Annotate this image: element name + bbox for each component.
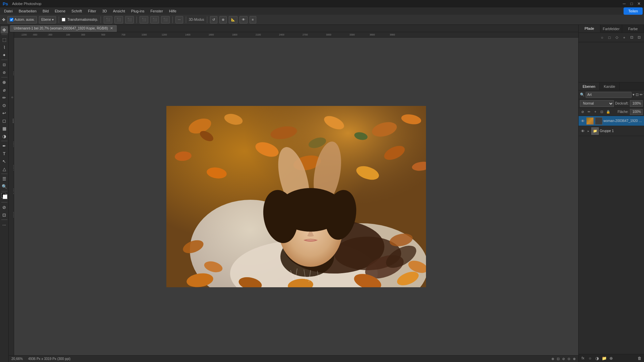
shape-option-btn[interactable]: ⊡ <box>636 35 642 41</box>
text-tool[interactable]: T <box>1 150 8 157</box>
shape-tool[interactable]: △ <box>1 165 8 173</box>
menu-ansicht[interactable]: Ansicht <box>110 8 128 14</box>
layer-filter-input[interactable] <box>586 92 632 98</box>
lock-position-icon[interactable]: + <box>593 109 598 115</box>
quick-select-tool[interactable]: ✦ <box>1 51 8 59</box>
quick-mask-tool[interactable]: ⊘ <box>1 203 8 211</box>
menu-datei[interactable]: Datei <box>1 8 15 14</box>
document-tab-close[interactable]: ✕ <box>110 26 113 31</box>
color-swatches[interactable] <box>1 193 8 200</box>
separator-5 <box>186 16 186 23</box>
zoom-tool[interactable]: 🔍 <box>1 183 8 190</box>
measure-tool[interactable]: ⊘ <box>1 69 8 76</box>
heal-tool[interactable]: ⌀ <box>1 86 8 94</box>
layer-item-photo[interactable]: 👁 woman-2003647_1920 Kopie <box>579 116 644 126</box>
menu-ebene[interactable]: Ebene <box>52 8 68 14</box>
distribute3-btn[interactable]: ⬛ <box>161 16 170 23</box>
fill-input[interactable] <box>630 109 643 115</box>
close-button[interactable]: ✕ <box>637 1 641 6</box>
autoselect-checkbox[interactable] <box>10 18 13 21</box>
pen-tool[interactable]: ✒ <box>1 142 8 149</box>
tab-pfade[interactable]: Pfade <box>579 25 600 33</box>
measure-btn[interactable]: 📐 <box>229 16 237 23</box>
layer-select[interactable]: Ebene ▾ <box>39 16 56 23</box>
path-select-tool[interactable]: ↖ <box>1 158 8 165</box>
snap-btn[interactable]: ⊕ <box>219 16 227 23</box>
layer-group-visibility[interactable]: 👁 <box>580 128 585 134</box>
align-left-btn[interactable]: ⬛ <box>104 16 112 23</box>
align-center-btn[interactable]: ⬛ <box>114 16 123 23</box>
statusbar-icon-4[interactable]: ⊙ <box>568 357 570 361</box>
layer-pen-filter[interactable]: ✏ <box>640 92 643 98</box>
rotate-btn[interactable]: ↺ <box>210 16 217 23</box>
tab-farbfelder[interactable]: Farbfelder <box>600 25 622 33</box>
screen-mode-tool[interactable]: ⊡ <box>1 211 8 219</box>
statusbar-icon-3[interactable]: ⊘ <box>562 357 565 361</box>
lock-pixels-icon[interactable]: ✏ <box>586 109 592 115</box>
layer-bottom-toolbar: fx ○ ◑ 📁 ⊕ 🗑 <box>579 354 644 362</box>
history-brush-tool[interactable]: ↩ <box>1 109 8 117</box>
dodge-tool[interactable]: ◑ <box>1 132 8 140</box>
extra-btn[interactable]: ≡ <box>250 16 256 23</box>
tab-ebenen[interactable]: Ebenen <box>579 82 600 90</box>
view-btn[interactable]: 👁 <box>239 16 248 23</box>
menu-plugins[interactable]: Plug-ins <box>128 8 147 14</box>
more-options-btn[interactable]: ··· <box>175 16 183 23</box>
shape-circle-btn[interactable]: ○ <box>599 35 605 41</box>
blend-mode-select[interactable]: Normal Auflösen Abdunkeln Multiplizieren <box>580 100 614 107</box>
tab-farbe[interactable]: Farbe <box>622 25 644 33</box>
distribute-btn[interactable]: ⬛ <box>140 16 148 23</box>
rect-select-tool[interactable]: ⬚ <box>1 36 8 43</box>
crop-tool[interactable]: ⊡ <box>1 61 8 68</box>
statusbar-icon-5[interactable]: ⊕ <box>573 357 576 361</box>
align-right-btn[interactable]: ⬛ <box>125 16 134 23</box>
shape-diamond-btn[interactable]: ◇ <box>614 35 620 41</box>
layer-fx-button[interactable]: fx <box>580 355 586 361</box>
lock-transparent-icon[interactable]: ⊘ <box>580 109 585 115</box>
minimize-button[interactable]: ─ <box>622 1 627 6</box>
shape-panel-btn[interactable]: ⊡ <box>629 35 635 41</box>
lock-all-icon[interactable]: 🔒 <box>605 109 611 115</box>
menu-fenster[interactable]: Fenster <box>148 8 166 14</box>
stamp-tool[interactable]: ⊙ <box>1 102 8 109</box>
layer-visibility-eye[interactable]: 👁 <box>580 118 585 124</box>
menu-bearbeiten[interactable]: Bearbeiten <box>16 8 39 14</box>
transform-checkbox[interactable] <box>62 18 65 21</box>
shape-plus-btn[interactable]: + <box>621 35 627 41</box>
filter-dropdown-icon[interactable]: ▾ <box>633 92 635 98</box>
layer-expand-arrow[interactable]: ▸ <box>586 129 590 133</box>
menu-schrift[interactable]: Schrift <box>69 8 85 14</box>
share-button[interactable]: Teilen <box>624 7 643 15</box>
hand-tool[interactable]: ☰ <box>1 175 8 182</box>
statusbar-icon-2[interactable]: ⊡ <box>557 357 559 361</box>
distribute2-btn[interactable]: ⬛ <box>150 16 159 23</box>
layer-icons-filter[interactable]: ⊡ <box>636 92 639 98</box>
add-group-button[interactable]: 📁 <box>601 355 607 361</box>
statusbar-icon-1[interactable]: ⊕ <box>551 357 554 361</box>
add-mask-button[interactable]: ○ <box>587 355 593 361</box>
eyedropper-tool[interactable]: ⊕ <box>1 78 8 86</box>
tab-kanaele[interactable]: Kanäle <box>600 82 620 90</box>
add-layer-button[interactable]: ⊕ <box>608 355 614 361</box>
menu-filter[interactable]: Filter <box>85 8 99 14</box>
lock-artboard-icon[interactable]: ⊡ <box>599 109 604 115</box>
maximize-button[interactable]: □ <box>629 1 634 6</box>
delete-layer-button[interactable]: 🗑 <box>637 355 643 361</box>
more-tools-btn[interactable]: ··· <box>1 221 8 228</box>
layer-item-group[interactable]: 👁 ▸ 📁 Gruppe 1 <box>579 126 644 136</box>
opacity-input[interactable] <box>630 100 643 107</box>
document-tab[interactable]: Unbenannt-1 bei 20,7% (woman-2003647_192… <box>10 25 117 32</box>
shape-square-btn[interactable]: □ <box>606 35 612 41</box>
menu-3d[interactable]: 3D <box>100 8 110 14</box>
autoselect-toggle[interactable]: Autom. ausw. <box>7 16 37 23</box>
move-tool[interactable]: ✥ <box>1 26 8 34</box>
brush-tool[interactable]: ✏ <box>1 94 8 101</box>
menu-bild[interactable]: Bild <box>40 8 51 14</box>
bg-color-swatch[interactable] <box>3 194 7 199</box>
gradient-tool[interactable]: ▦ <box>1 125 8 132</box>
lasso-tool[interactable]: ⌇ <box>1 44 8 51</box>
eraser-tool[interactable]: ◻ <box>1 117 8 124</box>
opacity-label: Deckraft: <box>615 102 629 105</box>
menu-hilfe[interactable]: Hilfe <box>166 8 179 14</box>
add-adjustment-button[interactable]: ◑ <box>594 355 600 361</box>
